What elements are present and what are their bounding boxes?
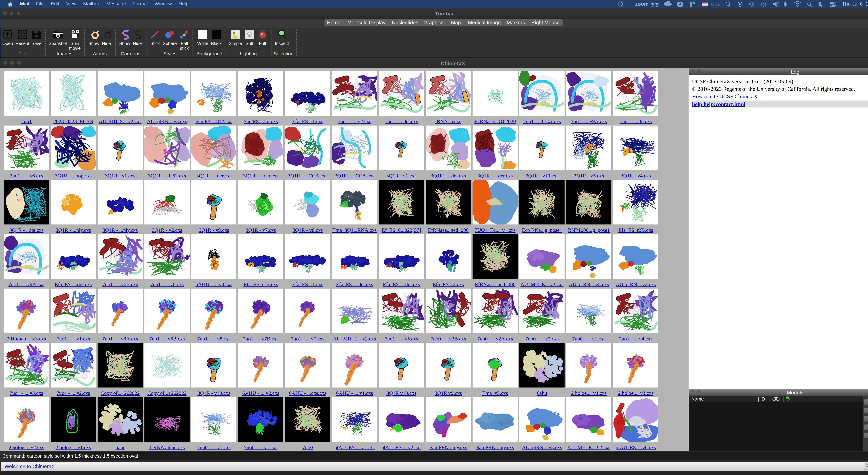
svg-text:|: | (783, 397, 784, 402)
svg-text:zoom: zoom (635, 1, 649, 7)
svg-text:U.S.: U.S. (711, 2, 720, 7)
